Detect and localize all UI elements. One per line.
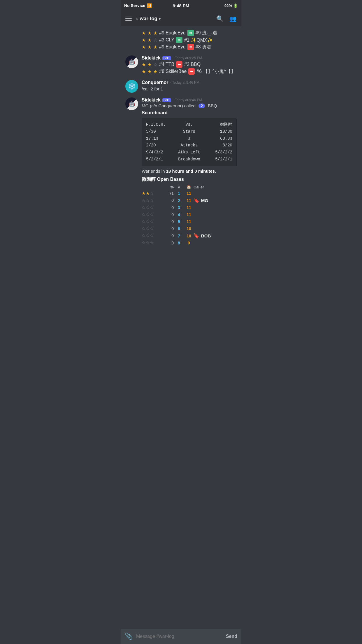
war-ends-text: War ends in 18 hours and 0 minutes.: [142, 169, 237, 174]
call-number-badge: 2: [198, 104, 205, 108]
bases-row: ☆ ☆ ☆ 0 3 11: [142, 204, 237, 211]
star-filled: ★: [147, 69, 152, 74]
row-num: 5: [178, 219, 180, 224]
row-num: 1: [178, 191, 180, 196]
bases-row: ☆ ☆ ☆ 0 4 11: [142, 211, 237, 218]
row-num: 6: [178, 226, 180, 231]
team2-pct: 63.8%: [203, 135, 232, 142]
star-empty: ☆: [150, 219, 154, 224]
star-empty: ☆: [150, 205, 154, 210]
star-empty: ☆: [142, 233, 145, 238]
team1-atks-left: 9/4/3/2: [146, 149, 175, 156]
caller-header: Caller: [194, 185, 237, 189]
team2-atks-left: 5/3/2/2: [203, 149, 232, 156]
star-filled: ★: [153, 30, 157, 36]
row-house: 11: [187, 212, 191, 217]
menu-button[interactable]: [125, 17, 132, 21]
star-empty: ☆: [142, 205, 145, 210]
team1-name: R.I.C.H.: [146, 121, 175, 128]
status-bar: No Service 📶 9:48 PM 92% 🔋: [121, 0, 241, 11]
star-empty: ☆: [153, 37, 157, 43]
row-pct: 0: [162, 233, 174, 238]
row-house: 9: [188, 241, 190, 245]
star-empty: ☆: [146, 212, 150, 217]
star-empty: ☆: [142, 240, 145, 246]
star-empty: ☆: [142, 219, 145, 224]
scoreboard-label: Scoreboard: [142, 109, 237, 116]
avatar: 🤖: [125, 97, 138, 110]
star-filled: ★: [142, 69, 146, 74]
row-stars: ☆ ☆ ☆: [142, 212, 162, 217]
caller-name: BOB: [201, 233, 211, 238]
row-house: 10: [187, 226, 191, 231]
row-stars: ☆ ☆ ☆: [142, 226, 162, 231]
row-caller: 🔖 MG: [194, 198, 237, 203]
row-stars: ☆ ☆ ☆: [142, 240, 162, 246]
rank2: #2 BBQ: [184, 62, 201, 67]
search-icon[interactable]: 🔍: [216, 15, 224, 22]
called-text-part1: MG (c/o Conquernor) called: [142, 103, 196, 108]
message-line: ★ ★ ★ #9 EagleEye ➡ #9 浅-_-遇: [142, 30, 237, 36]
message-author: Sidekick: [142, 97, 161, 103]
star-filled: ★: [142, 30, 146, 36]
star-empty: ☆: [150, 198, 154, 203]
star-empty: ☆: [150, 226, 154, 231]
avatar: ❄️: [125, 80, 138, 93]
row-pct: 0: [162, 241, 174, 245]
rank1: #9 EagleEye: [159, 44, 186, 50]
carrier-text: No Service: [124, 3, 145, 8]
row-stars: ☆ ☆ ☆: [142, 233, 162, 238]
attack-direction-left: ⬅: [187, 44, 194, 50]
scoreboard-breakdown-row: 5/2/2/1 Breakdown 5/2/2/1: [146, 156, 232, 163]
pct-label: %: [175, 135, 204, 142]
team1-breakdown: 5/2/2/1: [146, 156, 175, 163]
row-num: 3: [178, 205, 180, 210]
row-pct: 0: [162, 226, 174, 231]
attack-direction-right: ➡: [187, 30, 194, 36]
star-empty: ☆: [150, 233, 154, 238]
star-empty: ☆: [146, 198, 150, 203]
battery-text: 92%: [224, 4, 232, 8]
star-filled: ★: [146, 191, 150, 196]
bases-row: ★ ★ ☆ 71 1 11: [142, 190, 237, 197]
star-empty: ☆: [142, 212, 145, 217]
row-stars: ☆ ☆ ☆: [142, 198, 162, 203]
sidekick-avatar: 🤖: [125, 55, 138, 68]
row-caller: 🔖 BOB: [194, 233, 237, 239]
bases-row: ☆ ☆ ☆ 0 6 10: [142, 225, 237, 232]
members-icon[interactable]: 👥: [229, 15, 237, 22]
attack-direction-left: ⬅: [188, 68, 195, 75]
scoreboard-attacks-row: 2/20 Attacks 8/20: [146, 142, 232, 149]
scoreboard-table: R.I.C.H. vs. 微陶醉 5/30 Stars 18/30 17.1% …: [142, 118, 237, 166]
row-pct: 71: [162, 191, 174, 196]
star-empty: ☆: [150, 212, 154, 217]
message-time: - Today at 9:46 PM: [170, 80, 200, 85]
team2-breakdown: 5/2/2/1: [203, 156, 232, 163]
breakdown-label: Breakdown: [175, 156, 204, 163]
message-content: Sidekick BOT - Today at 9:46 PM MG (c/o …: [142, 97, 237, 246]
star-empty: ☆: [146, 233, 150, 238]
row-num: 2: [178, 198, 180, 203]
star-empty: ☆: [142, 198, 145, 203]
row-house: 11: [187, 191, 191, 196]
status-time: 9:48 PM: [173, 3, 189, 8]
bookmark-icon: 🔖: [194, 233, 199, 239]
dropdown-icon[interactable]: ▾: [159, 16, 161, 21]
star-empty: ☆: [142, 226, 145, 231]
battery-icon: 🔋: [233, 4, 238, 8]
bases-table-header: % # 🏠 Caller: [142, 184, 237, 190]
message-content: Conquernor - Today at 9:46 PM /call 2 fo…: [142, 80, 237, 93]
message-content: Sidekick BOT - Today at 9:25 PM ★ ★ ☆ #4…: [142, 55, 237, 75]
message-header: Conquernor - Today at 9:46 PM: [142, 80, 237, 85]
message-author: Conquernor: [142, 80, 168, 85]
pct-header: %: [162, 185, 174, 189]
star-empty: ☆: [146, 205, 150, 210]
row-num: 7: [178, 234, 180, 238]
bases-row: ☆ ☆ ☆ 0 8 9: [142, 239, 237, 246]
star-filled: ★: [153, 69, 157, 74]
messages-container: ★ ★ ★ #9 EagleEye ➡ #9 浅-_-遇 ★ ★ ☆ #3 CL…: [121, 26, 241, 269]
star-empty: ☆: [153, 62, 157, 67]
message-time: - Today at 9:25 PM: [173, 56, 202, 60]
continuation-messages: ★ ★ ★ #9 EagleEye ➡ #9 浅-_-遇 ★ ★ ☆ #3 CL…: [121, 29, 241, 53]
atks-left-label: Atks Left: [175, 149, 204, 156]
